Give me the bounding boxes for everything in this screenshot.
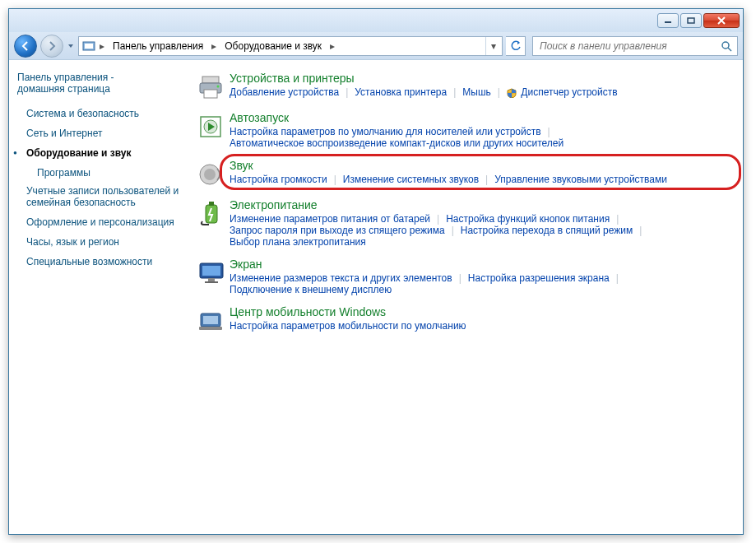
- svg-point-13: [204, 169, 216, 180]
- task-link[interactable]: Запрос пароля при выходе из спящего режи…: [230, 225, 445, 236]
- category-title[interactable]: Центр мобильности Windows: [230, 305, 731, 318]
- chevron-right-icon[interactable]: ▸: [209, 40, 219, 52]
- category-title[interactable]: Экран: [230, 258, 731, 271]
- svg-point-9: [217, 86, 220, 88]
- svg-rect-3: [85, 44, 93, 49]
- back-arrow-icon: [20, 40, 31, 52]
- maximize-icon: [687, 17, 695, 24]
- category-title[interactable]: Автозапуск: [230, 111, 731, 124]
- minimize-icon: [664, 17, 672, 24]
- task-link[interactable]: Мышь: [462, 86, 491, 98]
- task-link[interactable]: Подключение к внешнему дисплею: [230, 284, 392, 295]
- link-separator: |: [616, 272, 619, 284]
- sound-icon: [193, 159, 230, 188]
- task-link[interactable]: Добавление устройства: [230, 86, 339, 98]
- svg-rect-1: [688, 18, 694, 23]
- task-link[interactable]: Настройка громкости: [230, 174, 327, 185]
- chevron-right-icon[interactable]: ▸: [97, 40, 107, 52]
- link-separator: |: [459, 272, 461, 284]
- svg-line-5: [728, 48, 731, 51]
- svg-rect-8: [204, 90, 217, 98]
- search-input[interactable]: [538, 39, 721, 53]
- svg-rect-18: [208, 278, 215, 281]
- search-box[interactable]: [532, 36, 738, 56]
- svg-rect-22: [199, 327, 222, 330]
- svg-rect-19: [205, 281, 218, 283]
- close-icon: [717, 16, 726, 25]
- sidebar-item-3[interactable]: Программы: [17, 164, 182, 182]
- breadcrumb-current[interactable]: Оборудование и звук: [219, 37, 327, 55]
- task-link[interactable]: Диспетчер устройств: [507, 86, 618, 98]
- maximize-button[interactable]: [680, 13, 702, 28]
- breadcrumb-bar[interactable]: ▸ Панель управления ▸ Оборудование и зву…: [78, 36, 503, 56]
- svg-rect-17: [202, 266, 220, 276]
- task-link[interactable]: Настройка параметров по умолчанию для но…: [230, 126, 541, 137]
- link-separator: |: [616, 213, 619, 225]
- display-icon: [193, 258, 230, 295]
- minimize-button[interactable]: [657, 13, 679, 28]
- svg-point-4: [722, 42, 729, 49]
- refresh-button[interactable]: [506, 36, 526, 56]
- close-button[interactable]: [703, 13, 740, 28]
- content-area: Панель управления - домашняя страница Си…: [9, 60, 743, 534]
- svg-rect-0: [665, 21, 671, 23]
- sidebar-item-1[interactable]: Сеть и Интернет: [17, 124, 182, 142]
- category-title[interactable]: Устройства и принтеры: [230, 72, 731, 85]
- control-panel-window: ▸ Панель управления ▸ Оборудование и зву…: [8, 8, 744, 535]
- refresh-icon: [510, 40, 522, 52]
- task-link[interactable]: Изменение размеров текста и других элеме…: [230, 272, 452, 284]
- printer-icon: [193, 72, 230, 101]
- power-icon: [193, 198, 230, 248]
- control-panel-icon: [81, 38, 97, 54]
- category-title[interactable]: Электропитание: [230, 198, 731, 211]
- link-separator: |: [334, 174, 336, 185]
- link-separator: |: [453, 86, 456, 98]
- sidebar: Панель управления - домашняя страница Си…: [9, 60, 182, 534]
- link-separator: |: [485, 174, 488, 185]
- sidebar-item-2[interactable]: Оборудование и звук: [17, 144, 182, 162]
- svg-rect-21: [203, 316, 218, 324]
- autoplay-icon: [193, 111, 230, 149]
- category-power: ЭлектропитаниеИзменение параметров питан…: [193, 198, 731, 248]
- sidebar-item-6[interactable]: Часы, язык и регион: [17, 233, 182, 251]
- task-link[interactable]: Изменение системных звуков: [343, 174, 479, 185]
- sidebar-home-link[interactable]: Панель управления - домашняя страница: [17, 72, 182, 95]
- link-separator: |: [639, 225, 642, 236]
- task-link[interactable]: Настройка разрешения экрана: [468, 272, 610, 284]
- link-separator: |: [498, 86, 500, 98]
- sidebar-item-5[interactable]: Оформление и персонализация: [17, 213, 182, 231]
- forward-arrow-icon: [46, 40, 58, 52]
- main-panel: Устройства и принтерыДобавление устройст…: [182, 60, 743, 534]
- back-button[interactable]: [14, 35, 37, 58]
- task-link[interactable]: Изменение параметров питания от батарей: [230, 213, 430, 225]
- sidebar-item-0[interactable]: Система и безопасность: [17, 104, 182, 123]
- category-title[interactable]: Звук: [230, 159, 731, 172]
- task-link[interactable]: Выбор плана электропитания: [230, 236, 366, 248]
- breadcrumb-root[interactable]: Панель управления: [107, 37, 209, 55]
- sidebar-item-4[interactable]: Учетные записи пользователей и семейная …: [17, 182, 182, 211]
- chevron-right-icon[interactable]: ▸: [327, 40, 337, 52]
- link-separator: |: [437, 213, 439, 225]
- task-link[interactable]: Установка принтера: [355, 86, 447, 98]
- link-separator: |: [346, 86, 348, 98]
- forward-button[interactable]: [40, 35, 63, 58]
- breadcrumb-dropdown[interactable]: ▾: [485, 37, 500, 55]
- address-bar: ▸ Панель управления ▸ Оборудование и зву…: [9, 32, 743, 60]
- category-autoplay: АвтозапускНастройка параметров по умолча…: [193, 111, 731, 149]
- svg-rect-6: [202, 77, 219, 83]
- category-display: ЭкранИзменение размеров текста и других …: [193, 258, 731, 295]
- task-link[interactable]: Настройка перехода в спящий режим: [461, 225, 633, 236]
- title-bar: [9, 9, 743, 32]
- task-link[interactable]: Настройка функций кнопок питания: [446, 213, 610, 225]
- sidebar-item-7[interactable]: Специальные возможности: [17, 253, 182, 271]
- nav-dropdown-icon[interactable]: [67, 36, 75, 56]
- task-link[interactable]: Автоматическое воспроизведение компакт-д…: [230, 137, 564, 149]
- task-link[interactable]: Настройка параметров мобильности по умол…: [230, 320, 466, 332]
- category-printer: Устройства и принтерыДобавление устройст…: [193, 72, 731, 101]
- task-link[interactable]: Управление звуковыми устройствами: [494, 174, 667, 185]
- svg-rect-15: [209, 202, 214, 206]
- search-icon: [721, 40, 732, 52]
- category-mobility: Центр мобильности WindowsНастройка парам…: [193, 305, 731, 335]
- link-separator: |: [548, 126, 550, 137]
- link-separator: |: [452, 225, 454, 236]
